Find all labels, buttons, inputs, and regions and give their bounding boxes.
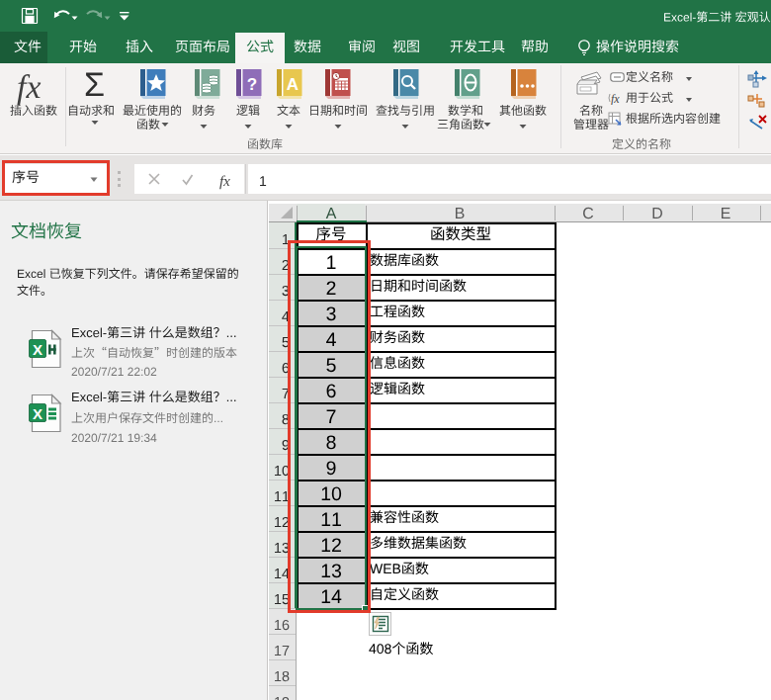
svg-text:X: X xyxy=(33,405,43,422)
svg-text:?: ? xyxy=(247,75,257,94)
svg-text:X: X xyxy=(33,341,43,358)
svg-text:fx: fx xyxy=(611,92,620,106)
svg-text:A: A xyxy=(287,75,299,94)
